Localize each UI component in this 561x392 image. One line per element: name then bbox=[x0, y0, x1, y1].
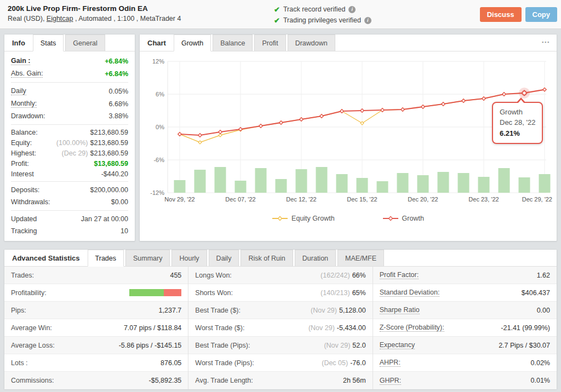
svg-text:0%: 0% bbox=[156, 124, 164, 130]
stat-row-balance: Balance:$213,680.59 bbox=[11, 127, 128, 137]
table-value: 876.05 bbox=[161, 359, 181, 367]
stat-column: Profit Factor:1.62Standard Deviation:$40… bbox=[373, 267, 557, 389]
table-label: Average Loss: bbox=[11, 342, 55, 349]
profitability-bar-win bbox=[129, 289, 164, 296]
stat-value: $0.00 bbox=[111, 198, 128, 206]
stat-group: UpdatedJan 27 at 00:00Tracking10 bbox=[11, 211, 128, 239]
info-icon[interactable]: i bbox=[364, 17, 371, 24]
stat-label: Withdrawals: bbox=[11, 198, 50, 206]
table-value: 7.07 pips / $118.84 bbox=[124, 324, 181, 332]
stats-tab-mae-mfe[interactable]: MAE/MFE bbox=[337, 250, 384, 266]
svg-text:Dec 23, '22: Dec 23, '22 bbox=[468, 196, 499, 203]
advanced-statistics-label: Advanced Statistics bbox=[4, 250, 88, 266]
sidebar-tab-general[interactable]: General bbox=[65, 34, 105, 51]
table-row-shorts-won: Shorts Won:(140/213)65% bbox=[188, 284, 372, 302]
stat-row-drawdown: Drawdown:3.88% bbox=[11, 110, 128, 122]
stat-value: (100.00%)$213,680.59 bbox=[56, 139, 128, 147]
stat-row-interest: Interest-$440.20 bbox=[11, 169, 128, 179]
chart-tab-balance[interactable]: Balance bbox=[213, 34, 253, 51]
table-row-ghpr: GHPR:0.01% bbox=[373, 372, 557, 389]
account-subtitle: Real (USD), Eightcap , Automated , 1:100… bbox=[8, 15, 181, 22]
account-meta-text: , Automated , 1:100 , MetaTrader 4 bbox=[73, 15, 181, 22]
verification-badges: ✔Track record verifiedi✔Trading privileg… bbox=[274, 4, 371, 26]
stat-value: $213,680.59 bbox=[90, 129, 128, 136]
stats-tab-hourly[interactable]: Hourly bbox=[171, 250, 207, 266]
svg-text:Nov 29, '22: Nov 29, '22 bbox=[164, 196, 194, 203]
stat-value: $13,680.59 bbox=[94, 160, 128, 168]
table-row-commissions: Commissions:-$5,892.35 bbox=[4, 372, 188, 389]
stats-tab-duration[interactable]: Duration bbox=[295, 250, 336, 266]
table-value: (Nov 29)5,128.00 bbox=[311, 307, 366, 314]
discuss-button[interactable]: Discuss bbox=[480, 7, 522, 22]
legend-item-growth[interactable]: Growth bbox=[383, 215, 424, 222]
table-label: Standard Deviation: bbox=[380, 289, 440, 297]
ellipsis-menu-icon[interactable]: ⋯ bbox=[541, 37, 550, 47]
chart-tab-growth[interactable]: Growth bbox=[174, 34, 211, 51]
table-row-pips: Pips:1,237.7 bbox=[4, 302, 188, 319]
table-value-prefix: (Nov 29) bbox=[308, 324, 335, 332]
stat-value: 3.88% bbox=[109, 112, 128, 120]
info-card: Info StatsGeneral Gain :+6.84%Abs. Gain:… bbox=[4, 34, 135, 241]
svg-text:6%: 6% bbox=[156, 91, 164, 97]
stats-tab-daily[interactable]: Daily bbox=[209, 250, 239, 266]
chart-panel-label: Chart bbox=[140, 34, 174, 51]
stat-label: Tracking bbox=[11, 227, 37, 235]
stat-label: Highest: bbox=[11, 149, 36, 157]
stat-group: Balance:$213,680.59Equity:(100.00%)$213,… bbox=[11, 125, 128, 182]
stat-row-highest: Highest:(Dec 29)$213,680.59 bbox=[11, 148, 128, 158]
table-label: Z-Score (Probability): bbox=[380, 324, 444, 332]
chart-tab-profit[interactable]: Profit bbox=[254, 34, 285, 51]
table-row-avg-trade-length: Avg. Trade Length:2h 56m bbox=[188, 372, 372, 389]
tooltip-series: Growth bbox=[500, 107, 535, 118]
table-label: GHPR: bbox=[380, 377, 402, 385]
stat-label: Drawdown: bbox=[11, 112, 45, 120]
copy-button[interactable]: Copy bbox=[525, 7, 558, 22]
table-row-standard-deviation: Standard Deviation:$406.437 bbox=[373, 284, 557, 302]
legend-item-equity-growth[interactable]: Equity Growth bbox=[272, 215, 335, 222]
table-value: -5.86 pips / -$145.15 bbox=[119, 342, 182, 349]
table-label: Worst Trade ($): bbox=[195, 324, 244, 332]
info-icon[interactable]: i bbox=[348, 6, 356, 13]
table-row-best-trade: Best Trade ($):(Nov 29)5,128.00 bbox=[188, 302, 372, 319]
profitability-bar-loss bbox=[164, 289, 181, 296]
table-label: Best Trade (Pips): bbox=[195, 342, 250, 349]
stat-row-daily: Daily0.05% bbox=[11, 85, 128, 97]
table-row-average-loss: Average Loss:-5.86 pips / -$145.15 bbox=[4, 337, 188, 354]
legend-label: Growth bbox=[402, 215, 424, 222]
tab-info[interactable]: Info bbox=[4, 34, 33, 51]
stat-value-prefix: (100.00%) bbox=[56, 139, 88, 147]
stats-tab-risk-of-ruin[interactable]: Risk of Ruin bbox=[241, 250, 293, 266]
stats-tab-trades[interactable]: Trades bbox=[88, 250, 124, 267]
stat-value: (Dec 29)$213,680.59 bbox=[62, 149, 128, 157]
table-label: Pips: bbox=[11, 307, 26, 314]
chart-tooltip: Growth Dec 28, '22 6.21% bbox=[492, 102, 543, 145]
svg-text:Dec 15, '22: Dec 15, '22 bbox=[347, 196, 377, 203]
stat-row-profit: Profit:$13,680.59 bbox=[11, 158, 128, 169]
table-row-best-trade-pips: Best Trade (Pips):(Nov 29)52.0 bbox=[188, 337, 372, 354]
stat-row-abs-gain: Abs. Gain:+6.84% bbox=[11, 67, 128, 80]
table-value: 455 bbox=[170, 272, 181, 279]
table-value-prefix: (162/242) bbox=[320, 272, 350, 279]
stats-tab-summary[interactable]: Summary bbox=[125, 250, 170, 266]
table-value: (Dec 05)-76.0 bbox=[322, 359, 365, 367]
stat-label: Abs. Gain: bbox=[11, 70, 43, 78]
table-label: Shorts Won: bbox=[195, 289, 233, 297]
table-label: Profitability: bbox=[11, 289, 47, 297]
table-value: (Nov 29)52.0 bbox=[324, 342, 365, 349]
legend-marker-icon bbox=[272, 216, 288, 221]
broker-link[interactable]: Eightcap bbox=[47, 15, 73, 22]
stat-label: Gain : bbox=[11, 57, 30, 65]
stat-value: +6.84% bbox=[105, 57, 128, 65]
table-label: Lots : bbox=[11, 359, 28, 367]
svg-text:-12%: -12% bbox=[150, 189, 164, 196]
table-value: 2h 56m bbox=[343, 377, 366, 384]
sidebar-tab-stats[interactable]: Stats bbox=[33, 34, 64, 51]
stat-label: Daily bbox=[11, 87, 26, 95]
profitability-bar bbox=[129, 289, 181, 296]
table-label: Profit Factor: bbox=[380, 271, 419, 279]
svg-text:Dec 29, '22: Dec 29, '22 bbox=[522, 196, 552, 203]
chart-tab-drawdown[interactable]: Drawdown bbox=[288, 34, 335, 51]
stat-group: Gain :+6.84%Abs. Gain:+6.84% bbox=[11, 53, 128, 83]
growth-chart: 12%6%0%-6%-12%Nov 29, '22Dec 07, '22Dec … bbox=[140, 51, 557, 222]
table-row-z-score-probability: Z-Score (Probability):-21.41 (99.99%) bbox=[373, 319, 557, 337]
